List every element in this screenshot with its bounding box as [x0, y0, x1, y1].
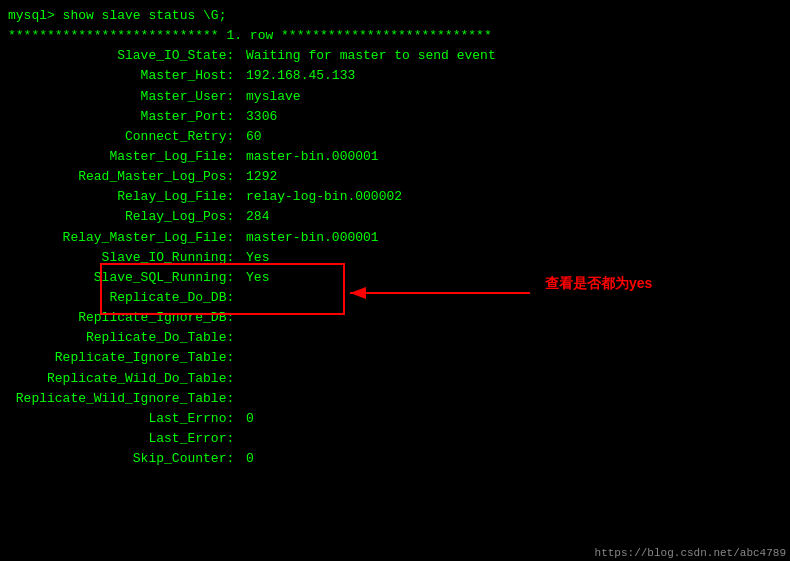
output-row: Replicate_Wild_Ignore_Table:: [8, 389, 782, 409]
url-bar: https://blog.csdn.net/abc4789: [591, 545, 790, 561]
separator-text: *************************** 1. row *****…: [8, 26, 492, 46]
row-label: Connect_Retry:: [8, 127, 234, 147]
row-label: Replicate_Do_DB:: [8, 288, 234, 308]
terminal-window: mysql> show slave status \G; ***********…: [0, 0, 790, 561]
row-value: 0: [238, 449, 254, 469]
row-label: Relay_Master_Log_File:: [8, 228, 234, 248]
row-label: Master_Log_File:: [8, 147, 234, 167]
row-value: Yes: [238, 248, 269, 268]
row-value: 3306: [238, 107, 277, 127]
row-label: Slave_SQL_Running:: [8, 268, 234, 288]
row-label: Replicate_Ignore_DB:: [8, 308, 234, 328]
row-value: [238, 288, 246, 308]
row-label: Slave_IO_Running:: [8, 248, 234, 268]
row-label: Replicate_Ignore_Table:: [8, 348, 234, 368]
row-value: 60: [238, 127, 261, 147]
output-row: Replicate_Ignore_DB:: [8, 308, 782, 328]
row-label: Slave_IO_State:: [8, 46, 234, 66]
output-row: Read_Master_Log_Pos: 1292: [8, 167, 782, 187]
row-label: Last_Error:: [8, 429, 234, 449]
row-value: master-bin.000001: [238, 228, 378, 248]
command-text: mysql> show slave status \G;: [8, 6, 226, 26]
row-value: Waiting for master to send event: [238, 46, 495, 66]
output-row: Master_Port: 3306: [8, 107, 782, 127]
row-label: Master_Host:: [8, 66, 234, 86]
output-row: Relay_Master_Log_File: master-bin.000001: [8, 228, 782, 248]
row-label: Master_Port:: [8, 107, 234, 127]
row-label: Last_Errno:: [8, 409, 234, 429]
output-row: Skip_Counter: 0: [8, 449, 782, 469]
row-value: master-bin.000001: [238, 147, 378, 167]
output-row: Replicate_Do_DB:: [8, 288, 782, 308]
output-row: Replicate_Ignore_Table:: [8, 348, 782, 368]
separator-line: *************************** 1. row *****…: [8, 26, 782, 46]
output-row: Relay_Log_Pos: 284: [8, 207, 782, 227]
row-value: [238, 369, 246, 389]
output-row: Master_Host: 192.168.45.133: [8, 66, 782, 86]
output-row: Connect_Retry: 60: [8, 127, 782, 147]
row-value: 284: [238, 207, 269, 227]
command-line: mysql> show slave status \G;: [8, 6, 782, 26]
output-row: Relay_Log_File: relay-log-bin.000002: [8, 187, 782, 207]
row-label: Relay_Log_Pos:: [8, 207, 234, 227]
row-label: Replicate_Do_Table:: [8, 328, 234, 348]
output-row: Last_Errno: 0: [8, 409, 782, 429]
row-value: [238, 308, 246, 328]
row-label: Relay_Log_File:: [8, 187, 234, 207]
row-value: 1292: [238, 167, 277, 187]
output-row: Master_Log_File: master-bin.000001: [8, 147, 782, 167]
row-value: myslave: [238, 87, 300, 107]
output-row: Slave_IO_Running: Yes: [8, 248, 782, 268]
output-row: Slave_IO_State: Waiting for master to se…: [8, 46, 782, 66]
row-value: relay-log-bin.000002: [238, 187, 402, 207]
row-value: [238, 429, 246, 449]
row-value: [238, 389, 246, 409]
output-row: Replicate_Do_Table:: [8, 328, 782, 348]
row-value: 192.168.45.133: [238, 66, 355, 86]
row-value: Yes: [238, 268, 269, 288]
row-value: [238, 328, 246, 348]
output-row: Master_User: myslave: [8, 87, 782, 107]
row-label: Master_User:: [8, 87, 234, 107]
row-label: Skip_Counter:: [8, 449, 234, 469]
output-row: Replicate_Wild_Do_Table:: [8, 369, 782, 389]
row-value: [238, 348, 246, 368]
row-value: 0: [238, 409, 254, 429]
row-label: Replicate_Wild_Do_Table:: [8, 369, 234, 389]
output-row: Slave_SQL_Running: Yes: [8, 268, 782, 288]
output-row: Last_Error:: [8, 429, 782, 449]
row-label: Replicate_Wild_Ignore_Table:: [8, 389, 234, 409]
row-label: Read_Master_Log_Pos:: [8, 167, 234, 187]
output-rows: Slave_IO_State: Waiting for master to se…: [8, 46, 782, 469]
